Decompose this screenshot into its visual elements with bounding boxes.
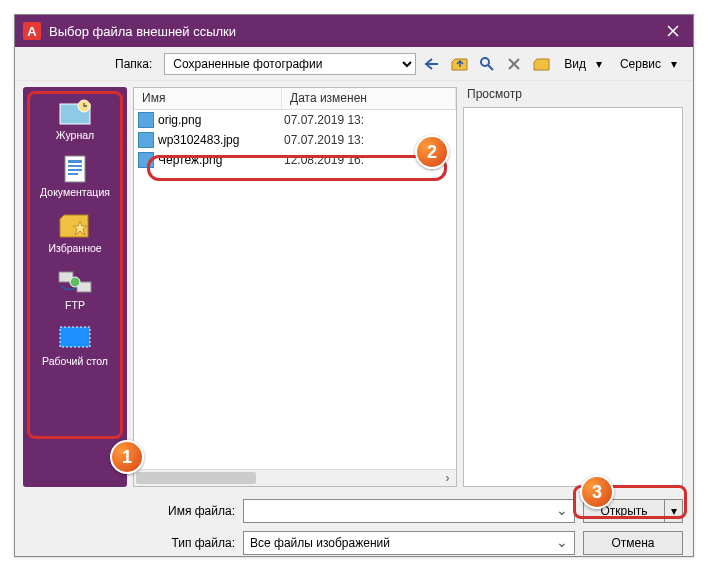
preview-label: Просмотр <box>463 87 683 107</box>
preview-panel: Просмотр <box>463 87 683 487</box>
image-file-icon <box>138 112 154 128</box>
sidebar-item-label: Документация <box>40 187 110 199</box>
image-file-icon <box>138 152 154 168</box>
file-date-cell: 12.08.2019 16: <box>284 153 364 167</box>
svg-rect-11 <box>60 327 90 347</box>
annotation-badge: 3 <box>580 475 614 509</box>
filetype-label: Тип файла: <box>155 536 235 550</box>
filetype-select[interactable]: Все файлы изображений <box>243 531 575 555</box>
sidebar-item-docs[interactable]: Документация <box>27 154 123 199</box>
sidebar-item-desktop[interactable]: Рабочий стол <box>27 323 123 368</box>
places-sidebar: Журнал Документация Избранное FTP Рабочи… <box>23 87 127 487</box>
file-row[interactable]: orig.png 07.07.2019 13: <box>134 110 456 130</box>
cancel-button[interactable]: Отмена <box>583 531 683 555</box>
favorites-icon <box>57 210 93 240</box>
history-icon <box>57 97 93 127</box>
document-icon <box>57 154 93 184</box>
column-header-name[interactable]: Имя <box>134 88 282 109</box>
file-name-cell: orig.png <box>158 113 284 127</box>
svg-point-0 <box>481 58 489 66</box>
svg-rect-4 <box>68 160 82 163</box>
file-date-cell: 07.07.2019 13: <box>284 133 364 147</box>
search-button[interactable] <box>476 53 497 75</box>
desktop-icon <box>57 323 93 353</box>
annotation-badge: 2 <box>415 135 449 169</box>
new-folder-button[interactable] <box>531 53 552 75</box>
svg-rect-7 <box>68 173 78 175</box>
sidebar-item-label: FTP <box>65 300 85 312</box>
svg-rect-5 <box>68 165 82 167</box>
open-split-button[interactable]: ▾ <box>665 499 683 523</box>
view-menu[interactable]: Вид▾ <box>558 53 608 75</box>
window-title: Выбор файла внешней ссылки <box>49 24 653 39</box>
column-header-date[interactable]: Дата изменен <box>282 88 456 109</box>
sidebar-item-label: Избранное <box>48 243 101 255</box>
delete-button[interactable] <box>504 53 525 75</box>
file-row[interactable]: wp3102483.jpg 07.07.2019 13: <box>134 130 456 150</box>
up-folder-button[interactable] <box>449 53 470 75</box>
file-date-cell: 07.07.2019 13: <box>284 113 364 127</box>
sidebar-item-history[interactable]: Журнал <box>27 97 123 142</box>
titlebar: A Выбор файла внешней ссылки <box>15 15 693 47</box>
filename-input[interactable] <box>243 499 575 523</box>
file-list-header: Имя Дата изменен <box>134 88 456 110</box>
file-name-cell: wp3102483.jpg <box>158 133 284 147</box>
file-list: Имя Дата изменен orig.png 07.07.2019 13:… <box>133 87 457 487</box>
sidebar-item-label: Журнал <box>56 130 94 142</box>
file-row[interactable]: Чертеж.png 12.08.2019 16: <box>134 150 456 170</box>
folder-select[interactable]: Сохраненные фотографии <box>164 53 415 75</box>
annotation-badge: 1 <box>110 440 144 474</box>
filename-label: Имя файла: <box>155 504 235 518</box>
folder-label: Папка: <box>115 57 152 71</box>
back-button[interactable] <box>422 53 443 75</box>
scrollbar-thumb[interactable] <box>136 472 256 484</box>
file-name-cell: Чертеж.png <box>158 153 284 167</box>
sidebar-item-label: Рабочий стол <box>42 356 108 368</box>
svg-rect-6 <box>68 169 82 171</box>
image-file-icon <box>138 132 154 148</box>
ftp-icon <box>57 267 93 297</box>
sidebar-item-ftp[interactable]: FTP <box>27 267 123 312</box>
app-icon: A <box>23 22 41 40</box>
close-button[interactable] <box>653 15 693 47</box>
scroll-right-button[interactable]: › <box>439 470 456 487</box>
svg-point-10 <box>70 277 80 287</box>
sidebar-item-favorites[interactable]: Избранное <box>27 210 123 255</box>
horizontal-scrollbar[interactable]: › <box>134 469 456 486</box>
tools-menu[interactable]: Сервис▾ <box>614 53 683 75</box>
preview-box <box>463 107 683 487</box>
toolbar: Папка: Сохраненные фотографии Вид▾ Серви… <box>15 47 693 81</box>
